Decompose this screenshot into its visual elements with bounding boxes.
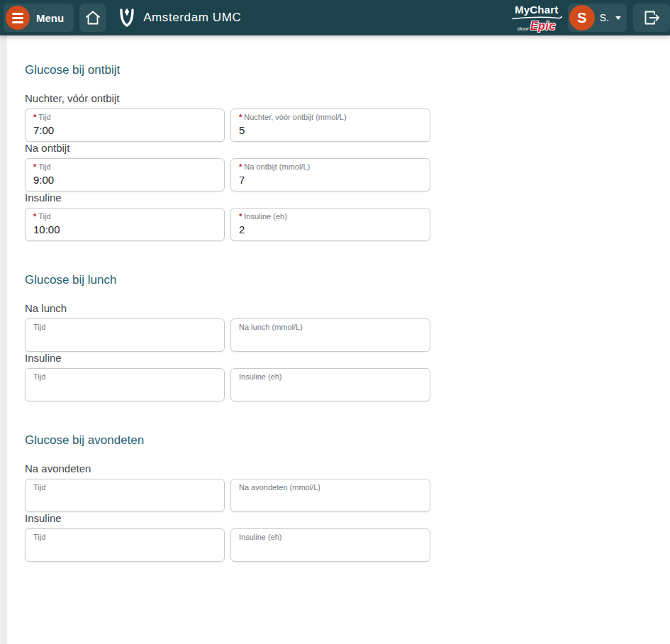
input-insuline-insuline[interactable]: * Insuline (eh) 2 xyxy=(230,208,430,241)
user-name: S. xyxy=(600,12,609,23)
form-section: Glucose bij lunch Na lunch * Tijd * Na l… xyxy=(25,273,670,401)
avatar: S xyxy=(569,5,595,30)
required-asterisk: * xyxy=(239,113,242,122)
field-label: * Na avondeten (mmol/L) xyxy=(239,483,422,492)
required-asterisk: * xyxy=(239,162,242,172)
form-content: Glucose bij ontbijt Nuchter, vóór ontbij… xyxy=(7,35,670,644)
field-label-text: Tijd xyxy=(33,483,45,492)
field-group: Na lunch * Tijd * Na lunch (mmol/L) xyxy=(25,302,670,352)
field-row: * Tijd * Na avondeten (mmol/L) xyxy=(25,479,670,512)
mychart-wordmark: MyChart xyxy=(515,4,558,15)
input-nuchter-voor-ontbijt-nuchter-voor-ontbijt[interactable]: * Nuchter, vóór ontbijt (mmol/L) 5 xyxy=(230,109,430,142)
field-label: * Tijd xyxy=(33,372,216,382)
input-na-ontbijt-na-ontbijt[interactable]: * Na ontbijt (mmol/L) 7 xyxy=(230,158,430,191)
group-heading: Insuline xyxy=(25,352,670,365)
input-insuline-tijd[interactable]: * Tijd 10:00 xyxy=(25,208,225,241)
required-asterisk: * xyxy=(33,162,36,172)
amsterdam-umc-tulip-icon xyxy=(118,7,136,28)
input-na-ontbijt-tijd[interactable]: * Tijd 9:00 xyxy=(25,158,225,191)
field-label-text: Insuline (eh) xyxy=(244,212,287,221)
field-row: * Tijd * Insuline (eh) xyxy=(25,368,670,401)
field-label-text: Tijd xyxy=(38,162,50,172)
input-nuchter-voor-ontbijt-tijd[interactable]: * Tijd 7:00 xyxy=(25,109,225,142)
field-row: * Tijd * Na lunch (mmol/L) xyxy=(25,318,670,352)
field-value: 7:00 xyxy=(33,123,216,138)
input-insuline-insuline[interactable]: * Insuline (eh) xyxy=(230,368,430,401)
field-label-text: Tijd xyxy=(33,372,45,382)
field-label-text: Tijd xyxy=(38,113,50,122)
field-value: 9:00 xyxy=(33,173,216,187)
field-group: Insuline * Tijd * Insuline (eh) xyxy=(25,512,670,562)
app-header: Menu Amsterdam UMC MyChart door Ep xyxy=(0,0,670,35)
input-insuline-tijd[interactable]: * Tijd xyxy=(25,528,225,562)
field-row: * Tijd 9:00 * Na ontbijt (mmol/L) 7 xyxy=(25,158,670,191)
home-icon xyxy=(84,9,101,26)
brand-logo: Amsterdam UMC xyxy=(118,7,241,28)
brand-name: Amsterdam UMC xyxy=(143,11,241,25)
input-na-avondeten-na-avondeten[interactable]: * Na avondeten (mmol/L) xyxy=(230,479,430,512)
field-label: * Insuline (eh) xyxy=(239,533,422,542)
field-group: Nuchter, vóór ontbijt * Tijd 7:00 * Nuch… xyxy=(25,92,670,142)
field-value: 2 xyxy=(239,223,422,237)
form-section: Glucose bij avondeten Na avondeten * Tij… xyxy=(25,433,670,562)
field-label-text: Na lunch (mmol/L) xyxy=(239,323,303,332)
field-group: Na ontbijt * Tijd 9:00 * Na ontbijt (mmo… xyxy=(25,142,670,191)
field-label-text: Nuchter, vóór ontbijt (mmol/L) xyxy=(244,113,346,122)
logout-button[interactable] xyxy=(633,4,670,32)
logout-icon xyxy=(642,9,661,27)
required-asterisk: * xyxy=(33,113,36,122)
group-heading: Na lunch xyxy=(25,302,670,315)
epic-wordmark: Epic xyxy=(530,21,556,32)
field-label-text: Na avondeten (mmol/L) xyxy=(239,483,320,492)
group-heading: Na avondeten xyxy=(25,462,670,475)
field-label: * Na lunch (mmol/L) xyxy=(239,323,422,332)
input-insuline-insuline[interactable]: * Insuline (eh) xyxy=(230,528,430,562)
group-heading: Insuline xyxy=(25,191,670,204)
field-group: Insuline * Tijd * Insuline (eh) xyxy=(25,352,670,401)
field-label: * Tijd xyxy=(33,483,216,492)
field-label: * Tijd xyxy=(33,113,216,122)
group-heading: Insuline xyxy=(25,512,670,525)
mychart-epic-logo: MyChart door Epic xyxy=(511,4,562,32)
field-value: 7 xyxy=(239,173,422,187)
field-value: 5 xyxy=(239,123,422,138)
section-title: Glucose bij lunch xyxy=(25,273,670,287)
field-group: Na avondeten * Tijd * Na avondeten (mmol… xyxy=(25,462,670,512)
menu-button-label: Menu xyxy=(36,12,64,24)
section-title: Glucose bij ontbijt xyxy=(25,63,670,77)
field-group: Insuline * Tijd 10:00 * Insuline (eh) 2 xyxy=(25,191,670,241)
field-row: * Tijd 10:00 * Insuline (eh) 2 xyxy=(25,208,670,241)
field-label: * Tijd xyxy=(33,323,216,332)
field-label: * Tijd xyxy=(33,212,216,221)
group-heading: Na ontbijt xyxy=(25,142,670,155)
field-label-text: Tijd xyxy=(33,533,45,542)
input-na-avondeten-tijd[interactable]: * Tijd xyxy=(25,479,225,512)
menu-button[interactable]: Menu xyxy=(4,4,74,32)
required-asterisk: * xyxy=(239,212,242,221)
field-label: * Nuchter, vóór ontbijt (mmol/L) xyxy=(239,113,422,122)
group-heading: Nuchter, vóór ontbijt xyxy=(25,92,670,105)
hamburger-icon xyxy=(6,6,30,30)
field-label: * Insuline (eh) xyxy=(239,212,422,221)
mychart-swoosh xyxy=(511,16,562,20)
field-label-text: Tijd xyxy=(33,323,45,332)
field-label: * Insuline (eh) xyxy=(239,372,422,382)
user-menu-button[interactable]: S S. xyxy=(568,4,627,32)
input-na-lunch-tijd[interactable]: * Tijd xyxy=(25,318,225,352)
door-word: door xyxy=(518,26,529,32)
field-row: * Tijd 7:00 * Nuchter, vóór ontbijt (mmo… xyxy=(25,109,670,142)
field-label-text: Na ontbijt (mmol/L) xyxy=(244,162,310,172)
section-title: Glucose bij avondeten xyxy=(25,433,670,447)
input-insuline-tijd[interactable]: * Tijd xyxy=(25,368,225,401)
field-label-text: Insuline (eh) xyxy=(239,533,282,542)
required-asterisk: * xyxy=(33,212,36,221)
form-section: Glucose bij ontbijt Nuchter, vóór ontbij… xyxy=(25,63,670,241)
field-row: * Tijd * Insuline (eh) xyxy=(25,528,670,562)
field-label: * Tijd xyxy=(33,533,216,542)
home-button[interactable] xyxy=(79,4,106,32)
input-na-lunch-na-lunch[interactable]: * Na lunch (mmol/L) xyxy=(230,318,430,352)
field-label: * Tijd xyxy=(33,162,216,172)
field-label: * Na ontbijt (mmol/L) xyxy=(239,162,422,172)
field-label-text: Insuline (eh) xyxy=(239,372,282,382)
field-label-text: Tijd xyxy=(38,212,50,221)
